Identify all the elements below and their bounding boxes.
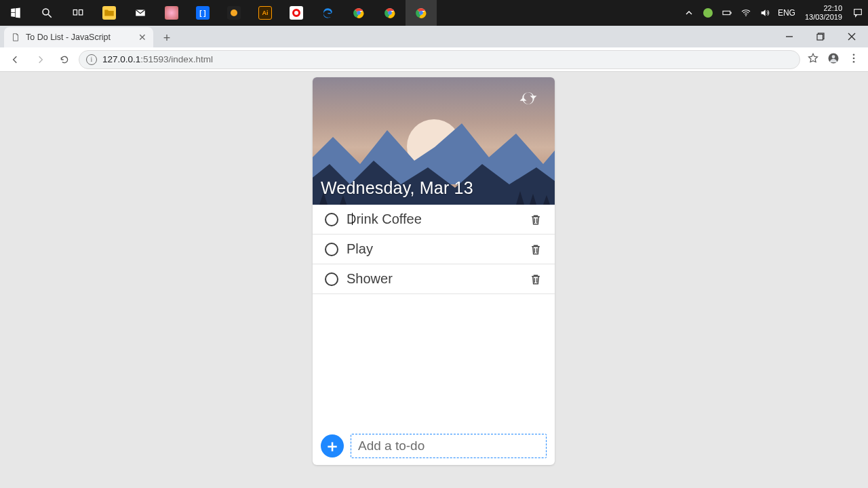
svg-rect-12 — [730, 12, 731, 14]
site-info-icon[interactable]: i — [86, 54, 97, 65]
volume-icon — [760, 7, 770, 18]
profile-button[interactable] — [827, 52, 840, 67]
svg-rect-17 — [817, 35, 823, 41]
svg-point-6 — [357, 11, 361, 15]
arrow-left-icon — [10, 54, 21, 65]
tab-title: To Do List - JavaScript — [26, 33, 111, 42]
tray-chevron[interactable] — [683, 7, 695, 19]
language-indicator[interactable]: ENG — [778, 8, 795, 18]
svg-point-24 — [853, 60, 855, 62]
app-button-2[interactable] — [281, 0, 312, 26]
minimize-button[interactable] — [774, 27, 804, 46]
app-icon — [227, 6, 241, 20]
chrome-button-1[interactable] — [343, 0, 374, 26]
palette-icon — [165, 6, 178, 20]
edge-button[interactable] — [312, 0, 343, 26]
complete-toggle[interactable] — [325, 213, 338, 226]
svg-point-22 — [853, 54, 855, 56]
trash-icon — [529, 212, 542, 227]
start-button[interactable] — [0, 0, 31, 26]
taskbar-clock[interactable]: 22:10 13/03/2019 — [802, 4, 845, 21]
browser-tab[interactable]: To Do List - JavaScript ✕ — [4, 27, 153, 47]
svg-point-8 — [388, 11, 392, 15]
todo-item: Drink Coffee — [313, 205, 555, 235]
svg-rect-3 — [79, 10, 83, 16]
maximize-button[interactable] — [806, 27, 835, 46]
bookmark-button[interactable] — [807, 52, 819, 67]
delete-button[interactable] — [529, 242, 544, 257]
brackets-button[interactable]: [ ] — [187, 0, 218, 26]
reload-button[interactable] — [54, 49, 75, 70]
complete-toggle[interactable] — [325, 243, 338, 256]
tray-app[interactable] — [702, 7, 714, 19]
window-controls — [774, 27, 867, 46]
delete-button[interactable] — [529, 212, 544, 227]
delete-button[interactable] — [529, 272, 544, 287]
arrow-right-icon — [35, 54, 45, 65]
windows-logo-icon — [9, 7, 22, 19]
avatar-icon — [827, 52, 840, 64]
paint-button[interactable] — [156, 0, 187, 26]
illustrator-button[interactable]: Ai — [250, 0, 281, 26]
app-button-1[interactable] — [218, 0, 250, 26]
add-todo-button[interactable]: ＋ — [321, 434, 344, 458]
todo-input[interactable] — [351, 434, 547, 458]
battery-tray[interactable] — [721, 7, 733, 19]
todo-label: Drink Coffee — [347, 211, 521, 227]
chrome-icon — [415, 7, 427, 19]
clock-date: 13/03/2019 — [805, 13, 842, 22]
tab-close-button[interactable]: ✕ — [138, 32, 146, 43]
todo-card: Wednesday, Mar 13 Drink Coffee Play — [313, 77, 555, 465]
refresh-list-button[interactable] — [518, 88, 542, 113]
url-path: :51593/index.html — [140, 54, 213, 64]
back-button[interactable] — [5, 49, 26, 70]
illustrator-icon: Ai — [258, 6, 272, 20]
notification-icon — [852, 7, 863, 18]
svg-rect-14 — [854, 9, 862, 15]
task-view-button[interactable] — [62, 0, 94, 26]
mail-button[interactable] — [125, 0, 156, 26]
volume-tray[interactable] — [759, 7, 771, 19]
menu-button[interactable] — [848, 52, 860, 67]
page-icon — [11, 33, 20, 42]
task-view-icon — [72, 7, 84, 19]
complete-toggle[interactable] — [325, 272, 338, 286]
svg-point-13 — [745, 15, 747, 16]
chrome-window: To Do List - JavaScript ✕ + i 127.0.0.1:… — [0, 26, 868, 488]
new-tab-button[interactable]: + — [157, 28, 176, 47]
mail-icon — [134, 7, 146, 19]
refresh-icon — [518, 88, 538, 108]
omnibox[interactable]: i 127.0.0.1:51593/index.html — [79, 50, 800, 69]
svg-point-0 — [43, 9, 49, 15]
chrome-icon — [353, 7, 365, 19]
file-explorer-button[interactable] — [94, 0, 125, 26]
brackets-icon: [ ] — [196, 6, 210, 20]
text-cursor — [352, 213, 353, 225]
taskbar-left: [ ] Ai — [0, 0, 437, 26]
todo-item: Shower — [313, 264, 555, 294]
toolbar-right — [804, 52, 863, 67]
chevron-up-icon — [684, 7, 694, 18]
chrome-button-2[interactable] — [374, 0, 406, 26]
card-footer: ＋ — [313, 427, 555, 465]
system-tray: ENG 22:10 13/03/2019 — [683, 0, 864, 26]
card-header: Wednesday, Mar 13 — [313, 77, 555, 205]
chrome-button-active[interactable] — [406, 0, 437, 26]
reload-icon — [59, 54, 70, 65]
svg-line-1 — [48, 14, 52, 18]
action-center[interactable] — [852, 7, 864, 19]
address-bar: i 127.0.0.1:51593/index.html — [0, 47, 868, 72]
tab-strip: To Do List - JavaScript ✕ + — [0, 26, 868, 47]
forward-button[interactable] — [30, 49, 50, 70]
page-viewport: Wednesday, Mar 13 Drink Coffee Play — [0, 72, 868, 488]
battery-icon — [722, 7, 732, 18]
todo-list: Drink Coffee Play Shower — [313, 205, 555, 427]
wifi-tray[interactable] — [740, 7, 752, 19]
trash-icon — [529, 242, 542, 257]
close-window-button[interactable] — [837, 27, 867, 46]
todo-label: Shower — [347, 271, 521, 287]
search-button[interactable] — [31, 0, 62, 26]
todo-label: Play — [347, 241, 521, 257]
svg-point-23 — [853, 57, 855, 59]
trash-icon — [529, 272, 542, 287]
